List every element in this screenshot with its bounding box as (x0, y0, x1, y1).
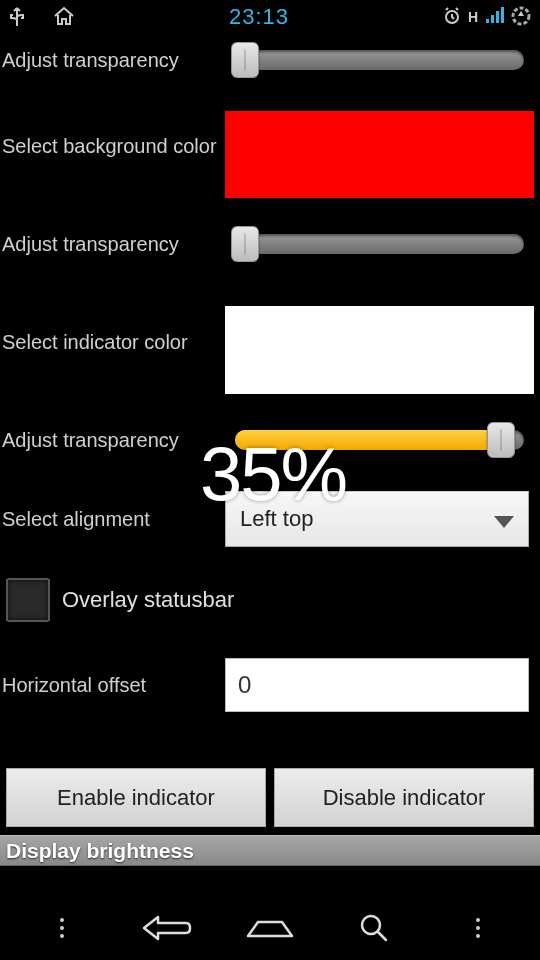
label-horizontal-offset: Horizontal offset (0, 673, 225, 698)
usb-icon (8, 5, 26, 30)
label-bg-color: Select background color (0, 134, 225, 159)
label-transparency-2: Adjust transparency (0, 232, 225, 257)
status-bar: 23:13 H (0, 0, 540, 34)
label-transparency-3: Adjust transparency (0, 428, 225, 453)
horizontal-offset-input[interactable]: 0 (225, 658, 529, 712)
enable-indicator-button[interactable]: Enable indicator (6, 768, 266, 827)
disable-indicator-button[interactable]: Disable indicator (274, 768, 534, 827)
slider-transparency-2[interactable] (225, 228, 534, 260)
overlay-statusbar-checkbox[interactable] (6, 578, 50, 622)
slider-transparency-1[interactable] (225, 44, 534, 76)
label-transparency-1: Adjust transparency (0, 48, 225, 73)
row-overlay-statusbar: Overlay statusbar (0, 560, 540, 640)
button-row: Enable indicator Disable indicator (0, 768, 540, 827)
network-type: H (468, 9, 478, 25)
slider-transparency-3[interactable] (225, 424, 534, 456)
section-header-brightness: Display brightness (0, 835, 540, 866)
navigation-bar (0, 896, 540, 960)
alignment-dropdown[interactable]: Left top (225, 491, 529, 547)
svg-point-3 (60, 926, 64, 930)
svg-point-8 (476, 934, 480, 938)
row-alignment: Select alignment Left top (0, 478, 540, 560)
settings-content: 35% Adjust transparency Select backgroun… (0, 34, 540, 896)
row-horizontal-offset: Horizontal offset 0 (0, 640, 540, 730)
svg-point-2 (60, 918, 64, 922)
disable-button-label: Disable indicator (323, 785, 486, 811)
row-transparency-1: Adjust transparency (0, 34, 540, 86)
row-bg-color: Select background color (0, 86, 540, 206)
alarm-icon (442, 6, 462, 29)
label-indicator-color: Select indicator color (0, 330, 225, 355)
sync-icon (510, 5, 532, 30)
alignment-dropdown-value: Left top (240, 506, 313, 532)
nav-home-icon[interactable] (240, 914, 300, 942)
signal-icon (484, 7, 504, 28)
nav-search-icon[interactable] (344, 910, 404, 946)
nav-menu-right-icon[interactable] (448, 916, 508, 940)
row-indicator-color: Select indicator color (0, 282, 540, 402)
horizontal-offset-value: 0 (238, 671, 251, 699)
overlay-statusbar-label: Overlay statusbar (62, 587, 234, 613)
indicator-color-swatch[interactable] (225, 306, 534, 394)
row-transparency-2: Adjust transparency (0, 206, 540, 282)
status-time: 23:13 (76, 4, 442, 30)
enable-button-label: Enable indicator (57, 785, 215, 811)
svg-point-7 (476, 926, 480, 930)
chevron-down-icon (494, 516, 514, 528)
svg-point-6 (476, 918, 480, 922)
label-alignment: Select alignment (0, 507, 225, 532)
bg-color-swatch[interactable] (225, 111, 534, 198)
nav-back-icon[interactable] (136, 913, 196, 943)
svg-point-4 (60, 934, 64, 938)
home-icon (52, 5, 76, 30)
nav-menu-left-icon[interactable] (32, 916, 92, 940)
row-transparency-3: Adjust transparency (0, 402, 540, 478)
